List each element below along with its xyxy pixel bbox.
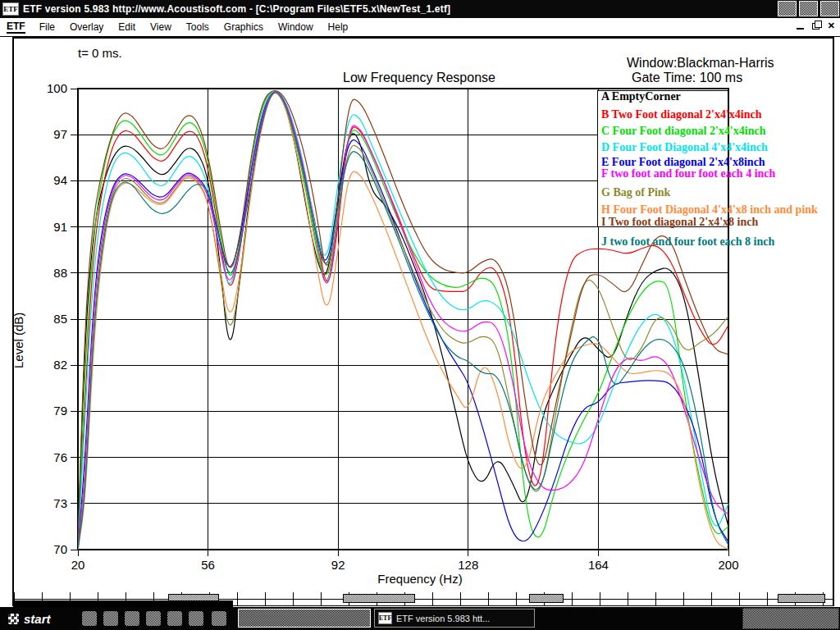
x-tick-label: 20 xyxy=(53,558,103,572)
document-icon[interactable]: ETF xyxy=(7,21,25,34)
restore-button[interactable] xyxy=(799,1,818,16)
start-label: start xyxy=(24,612,51,626)
app-icon: ETF xyxy=(2,2,19,16)
y-tick-label: 91 xyxy=(30,220,67,234)
strip-noise-block xyxy=(529,594,564,603)
y-tick-label: 76 xyxy=(30,450,67,464)
legend-item-I: I Two foot diagonal 2'x4'x8 inch xyxy=(601,216,758,229)
x-tick-label: 56 xyxy=(184,558,233,572)
menu-overlay[interactable]: Overlay xyxy=(62,19,111,35)
title-bar: ETF ETF version 5.983 http://www.Acousti… xyxy=(0,0,840,18)
menu-tools[interactable]: Tools xyxy=(179,19,217,35)
legend-item-D: D Four Foot Diagonal 4'x4'x4inch xyxy=(601,141,768,154)
legend-item-C: C Four Foot diagonal 2'x4'x4inch xyxy=(601,125,765,138)
window-function-label: Window:Blackman-Harris xyxy=(627,56,774,71)
x-tick-label: 200 xyxy=(704,558,753,572)
minimize-button[interactable] xyxy=(778,1,797,16)
quicklaunch-icon-7[interactable] xyxy=(212,611,226,626)
legend-item-F: F two foot and four foot each 4 inch xyxy=(601,167,775,180)
doc-restore-icon[interactable] xyxy=(812,23,819,30)
taskbar-window-button[interactable] xyxy=(238,609,371,628)
legend-item-A: A EmptyCorner xyxy=(601,90,681,103)
chart-title: Low Frequency Response xyxy=(255,71,583,85)
etf-icon: ETF xyxy=(378,612,392,624)
y-tick-label: 100 xyxy=(30,81,67,95)
y-tick-label: 82 xyxy=(30,358,67,372)
y-tick-label: 73 xyxy=(30,496,67,510)
quicklaunch-icon-6[interactable] xyxy=(189,611,203,626)
quicklaunch-icon-4[interactable] xyxy=(146,611,161,626)
legend-item-H: H Four Foot Diagonal 4'x4'x8 inch and pi… xyxy=(601,203,818,217)
x-tick-label: 164 xyxy=(573,558,623,572)
x-tick-label: 92 xyxy=(313,558,363,572)
system-tray[interactable] xyxy=(742,608,839,629)
y-tick-label: 94 xyxy=(30,173,67,187)
menu-edit[interactable]: Edit xyxy=(111,19,143,35)
quicklaunch-icon-1[interactable] xyxy=(82,611,97,626)
x-axis-label: Frequency (Hz) xyxy=(256,572,584,586)
y-tick-label: 79 xyxy=(30,404,67,418)
y-tick-label: 85 xyxy=(30,312,67,326)
close-button[interactable] xyxy=(820,1,839,16)
legend-item-J: J two foot and four foot each 8 inch xyxy=(601,235,774,249)
y-tick-label: 70 xyxy=(30,542,67,556)
menu-help[interactable]: Help xyxy=(321,19,356,35)
menu-bar: ETF File Overlay Edit View Tools Graphic… xyxy=(0,18,840,37)
doc-close-icon[interactable]: ✕ xyxy=(828,22,835,30)
start-button[interactable]: start xyxy=(2,609,72,628)
y-axis-label: Level (dB) xyxy=(11,270,25,368)
taskbar-etf-button[interactable]: ETF ETF version 5.983 htt... xyxy=(374,609,535,628)
quicklaunch-icon-3[interactable] xyxy=(125,611,139,626)
window-title: ETF version 5.983 http://www.Acoustisoft… xyxy=(23,3,450,15)
time-annotation: t= 0 ms. xyxy=(78,46,122,60)
menu-window[interactable]: Window xyxy=(271,19,321,35)
menu-file[interactable]: File xyxy=(32,19,62,35)
legend-item-B: B Two Foot diagonal 2'x4'x4inch xyxy=(601,108,762,121)
taskbar-etf-label: ETF version 5.983 htt... xyxy=(396,614,490,623)
y-tick-label: 97 xyxy=(30,127,67,141)
doc-minimize-icon[interactable] xyxy=(797,22,804,30)
menu-graphics[interactable]: Graphics xyxy=(217,19,271,35)
menu-view[interactable]: View xyxy=(143,19,179,35)
gate-time-label: Gate Time: 100 ms xyxy=(632,71,742,85)
quicklaunch-icon-5[interactable] xyxy=(167,611,182,626)
quicklaunch-icon-2[interactable] xyxy=(103,611,118,626)
x-tick-label: 128 xyxy=(444,558,493,572)
y-tick-label: 88 xyxy=(30,266,67,280)
legend-item-G: G Bag of Pink xyxy=(601,186,670,199)
windows-flag-icon xyxy=(8,614,19,624)
strip-noise-block xyxy=(778,594,825,603)
strip-noise-block xyxy=(343,594,415,603)
strip-black-bar xyxy=(13,600,233,607)
